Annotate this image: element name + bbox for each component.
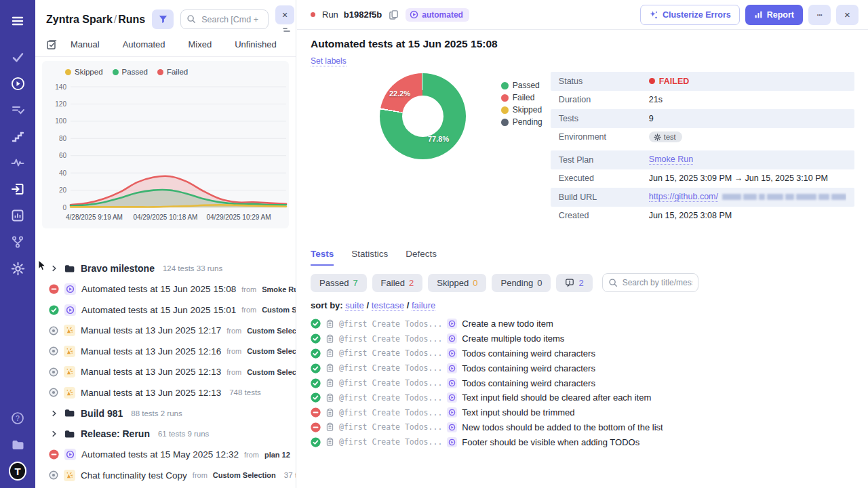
build-url-link[interactable]: https://github.com/ <box>649 192 718 202</box>
help-icon[interactable]: ? <box>9 409 26 427</box>
folder-icon[interactable] <box>9 436 26 453</box>
tab-defects[interactable]: Defects <box>406 249 437 266</box>
import-icon[interactable] <box>9 180 26 198</box>
test-row[interactable]: @first Create Todos...New todos should b… <box>311 420 854 435</box>
test-row[interactable]: @first Create Todos...Create a new todo … <box>311 317 854 331</box>
set-labels-link[interactable]: Set labels <box>311 56 347 66</box>
run-row[interactable]: Automated tests at 15 Jun 2025 15:01from… <box>35 300 296 321</box>
app-logo[interactable]: T <box>9 462 26 480</box>
chevron-right-icon[interactable] <box>50 264 58 272</box>
sparkles-icon <box>649 10 658 20</box>
run-from-label: from <box>226 347 241 355</box>
legend-item-failed[interactable]: Failed <box>157 68 188 76</box>
tab-unfinished[interactable]: Unfinished <box>223 39 288 49</box>
test-title[interactable]: Text input should be trimmed <box>462 407 574 418</box>
select-runs-icon[interactable] <box>46 39 58 50</box>
bar-chart-icon[interactable] <box>9 207 26 224</box>
test-title[interactable]: New todos should be added to the bottom … <box>462 422 663 432</box>
automated-badge[interactable]: automated <box>406 8 469 22</box>
run-row[interactable]: Automated tests at 15 Jun 2025 15:08from… <box>35 279 296 300</box>
sort-by-testcase[interactable]: testcase <box>372 300 404 311</box>
check-icon[interactable] <box>9 48 26 66</box>
play-circle-icon[interactable] <box>9 75 26 92</box>
legend-dot <box>501 119 509 126</box>
run-folder-row[interactable]: Release: Rerun61 tests 9 runs <box>35 424 296 445</box>
tab-manual[interactable]: Manual <box>59 39 111 49</box>
test-title[interactable]: Create a new todo item <box>462 319 553 329</box>
run-folder-row[interactable]: Bravo milestone124 tests 33 runs <box>35 258 296 279</box>
run-folder-row[interactable]: Build 98188 tests 2 runs <box>35 403 296 424</box>
filter-pill-pending[interactable]: Pending0 <box>492 274 551 292</box>
test-row[interactable]: @first Create Todos...Todos containing w… <box>311 346 854 361</box>
close-run-button[interactable]: × <box>836 5 859 25</box>
test-suite[interactable]: @first Create Todos... <box>339 334 442 344</box>
run-row[interactable]: Manual tests at 13 Jun 2025 12:13748 tes… <box>35 382 296 403</box>
run-row[interactable]: Manual tests at 13 Jun 2025 12:16fromCus… <box>35 341 296 362</box>
test-suite[interactable]: @first Create Todos... <box>339 408 442 418</box>
test-suite[interactable]: @first Create Todos... <box>339 422 442 432</box>
test-title[interactable]: Todos containing weird characters <box>462 363 595 373</box>
comments-filter-pill[interactable]: 2 <box>556 274 592 292</box>
test-suite[interactable]: @first Create Todos... <box>339 363 442 373</box>
tab-groups[interactable]: Groups <box>288 39 296 49</box>
filter-pill-skipped[interactable]: Skipped0 <box>428 274 486 292</box>
filter-pill-failed[interactable]: Failed2 <box>372 274 423 292</box>
copy-run-id-button[interactable] <box>387 8 400 21</box>
sort-by-failure[interactable]: failure <box>412 300 435 311</box>
collapse-icon[interactable] <box>282 27 292 32</box>
manual-status-icon <box>49 388 58 397</box>
chevron-right-icon[interactable] <box>50 430 58 438</box>
tab-mixed[interactable]: Mixed <box>177 39 224 49</box>
breadcrumb-project[interactable]: Zyntra Spark <box>46 14 113 25</box>
report-button[interactable]: Report <box>745 5 803 25</box>
run-row[interactable]: Manual tests at 13 Jun 2025 12:13fromCus… <box>35 362 296 383</box>
detail-row-tests: Tests9 <box>551 109 854 128</box>
git-branch-icon[interactable] <box>9 233 26 251</box>
chevron-right-icon[interactable] <box>50 409 58 418</box>
tab-automated[interactable]: Automated <box>111 39 177 49</box>
test-title[interactable]: Text input field should be cleared after… <box>462 392 651 403</box>
legend-item-skipped[interactable]: Skipped <box>65 68 103 76</box>
test-suite[interactable]: @first Create Todos... <box>339 319 442 329</box>
test-title[interactable]: Todos containing weird characters <box>462 348 595 359</box>
clusterize-errors-button[interactable]: Clusterize Errors <box>640 5 740 25</box>
test-suite[interactable]: @first Create Todos... <box>339 378 442 388</box>
svg-text:120: 120 <box>55 100 66 108</box>
run-source: Custom Selection <box>262 306 296 314</box>
test-row[interactable]: @first Create Todos...Text input field s… <box>311 390 854 405</box>
activity-icon[interactable] <box>9 154 26 171</box>
test-title[interactable]: Todos containing weird characters <box>462 378 595 388</box>
legend-label: Skipped <box>513 105 542 115</box>
test-suite[interactable]: @first Create Todos... <box>339 393 442 403</box>
gear-icon[interactable] <box>9 260 26 277</box>
test-suite[interactable]: @first Create Todos... <box>339 348 442 358</box>
test-row[interactable]: @first Create Todos...Footer should be v… <box>311 434 854 449</box>
panel-close-button[interactable]: × <box>275 5 294 24</box>
tab-statistics[interactable]: Statistics <box>351 249 388 266</box>
test-row[interactable]: @first Create Todos...Todos containing w… <box>311 361 854 375</box>
test-row[interactable]: @first Create Todos...Create multiple to… <box>311 331 854 346</box>
menu-icon[interactable] <box>9 12 26 30</box>
test-row[interactable]: @first Create Todos...Text input should … <box>311 405 854 420</box>
run-row[interactable]: Automated tests at 15 May 2025 12:32from… <box>35 445 296 466</box>
filter-label: Passed <box>319 278 349 288</box>
tab-tests[interactable]: Tests <box>311 249 334 266</box>
legend-item-passed[interactable]: Passed <box>113 68 148 76</box>
run-row[interactable]: Manual tests at 13 Jun 2025 12:17fromCus… <box>35 321 296 342</box>
list-check-icon[interactable] <box>9 101 26 119</box>
test-row[interactable]: @first Create Todos...Todos containing w… <box>311 375 854 390</box>
env-badge[interactable]: test <box>649 131 682 142</box>
test-suite[interactable]: @first Create Todos... <box>339 437 442 447</box>
runs-list: Bravo milestone124 tests 33 runsAutomate… <box>35 258 296 486</box>
filter-button[interactable] <box>152 9 174 29</box>
more-actions-button[interactable]: ··· <box>808 5 831 25</box>
donut-hole <box>402 96 443 137</box>
filter-pill-passed[interactable]: Passed7 <box>311 274 367 292</box>
run-row[interactable]: Chat functinality test CopyfromCustom Se… <box>35 465 296 486</box>
test-title[interactable]: Create multiple todo items <box>462 333 564 344</box>
test-title[interactable]: Footer should be visible when adding TOD… <box>462 437 639 447</box>
detail-label: Status <box>559 77 649 86</box>
steps-icon[interactable] <box>9 127 26 145</box>
test-plan-link[interactable]: Smoke Run <box>649 155 693 165</box>
sort-by-suite[interactable]: suite <box>345 300 363 311</box>
